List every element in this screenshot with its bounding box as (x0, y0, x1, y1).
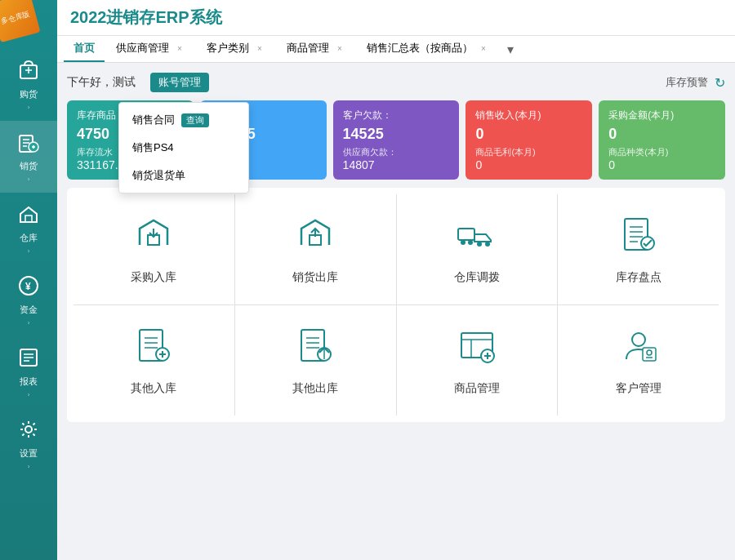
product-mgmt-icon (457, 325, 497, 373)
dropdown-label-sales-contract: 销售合同 (132, 113, 175, 127)
svg-point-21 (461, 240, 466, 245)
settings-arrow: › (28, 463, 30, 470)
action-panel: 采购入库 销货出库 (67, 188, 725, 422)
stat-purchase-amount-sub-value: 0 (608, 158, 715, 171)
action-inventory-count[interactable]: 库存盘点 (558, 194, 719, 304)
inventory-count-icon (618, 214, 659, 262)
sales-out-icon (295, 214, 336, 262)
app-header: 2022进销存ERP系统 (57, 0, 735, 36)
sidebar-item-report[interactable]: 报表 › (0, 336, 57, 408)
stat-sales-income-sub-value: 0 (475, 158, 582, 171)
stat-receivable-sub-value: 14807 (343, 158, 450, 171)
tabs-bar: 首页 供应商管理 × 客户类别 × 商品管理 × 销售汇总表（按商品） × ▾ (57, 36, 735, 63)
query-badge: 查询 (181, 113, 209, 127)
sidebar-label-warehouse: 仓库 (20, 232, 38, 244)
action-label-product-mgmt: 商品管理 (454, 381, 500, 396)
action-label-other-out: 其他出库 (292, 381, 338, 396)
finance-arrow: › (28, 319, 30, 327)
sidebar-label-sales: 销货 (20, 160, 38, 172)
warehouse-arrow: › (28, 247, 30, 255)
tab-product[interactable]: 商品管理 × (277, 36, 355, 62)
inventory-alert-text[interactable]: 库存预警 (666, 75, 708, 90)
action-purchase-in[interactable]: 采购入库 (74, 194, 234, 304)
action-sales-out[interactable]: 销货出库 (235, 194, 396, 304)
action-customer-mgmt[interactable]: 客户管理 (558, 305, 719, 416)
action-other-out[interactable]: 其他出库 (235, 305, 396, 416)
svg-rect-10 (25, 216, 32, 222)
svg-text:¥: ¥ (25, 281, 31, 292)
warehouse-transfer-icon (457, 214, 497, 262)
other-out-icon (295, 325, 336, 373)
dropdown-item-sales-contract[interactable]: 销售合同 查询 (119, 106, 248, 134)
action-other-in[interactable]: 其他入库 (74, 305, 234, 416)
sidebar-badge: 多仓库版 (0, 0, 40, 42)
refresh-icon[interactable]: ↻ (715, 75, 725, 91)
svg-point-23 (477, 242, 482, 247)
action-label-warehouse-transfer: 仓库调拨 (454, 270, 500, 285)
account-button[interactable]: 账号管理 (150, 73, 209, 92)
stat-purchase-amount: 采购金额(本月) 0 商品种类(本月) 0 (599, 100, 725, 180)
svg-point-17 (25, 426, 32, 433)
svg-point-22 (468, 240, 473, 245)
sales-icon (17, 131, 40, 157)
action-label-other-in: 其他入库 (131, 381, 176, 396)
action-grid: 采购入库 销货出库 (74, 194, 719, 416)
stat-purchase-amount-sub-label: 商品种类(本月) (608, 146, 715, 158)
sidebar-item-warehouse[interactable]: 仓库 › (0, 193, 57, 264)
tabs-more-button[interactable]: ▾ (504, 38, 517, 60)
tab-close-supplier[interactable]: × (174, 42, 185, 54)
action-label-sales-out: 销货出库 (292, 270, 338, 285)
sidebar: 多仓库版 购货 › 销货 › (0, 0, 57, 560)
sidebar-label-report: 报表 (20, 376, 38, 388)
svg-rect-20 (458, 229, 474, 240)
stat-sales-income-value: 0 (475, 126, 582, 143)
other-in-icon (133, 325, 174, 373)
dropdown-item-sales-return[interactable]: 销货退货单 (119, 162, 248, 189)
stat-purchase-amount-label: 采购金额(本月) (608, 109, 715, 122)
stat-receivable-sub-label: 供应商欠款： (343, 146, 450, 158)
sidebar-item-finance[interactable]: ¥ 资金 › (0, 264, 57, 336)
action-label-customer-mgmt: 客户管理 (616, 381, 662, 396)
purchase-icon (17, 59, 40, 85)
finance-icon: ¥ (17, 274, 40, 300)
report-icon (17, 346, 40, 372)
report-arrow: › (28, 391, 30, 398)
tab-close-product[interactable]: × (334, 42, 345, 54)
sidebar-item-purchase[interactable]: 购货 › (0, 49, 57, 121)
sidebar-label-settings: 设置 (20, 447, 38, 460)
svg-point-24 (485, 242, 490, 247)
action-label-purchase-in: 采购入库 (131, 270, 176, 285)
purchase-arrow: › (28, 104, 30, 111)
warehouse-icon (17, 202, 40, 229)
content-area: 销售合同 查询 销售PS4 销货退货单 下午好，测试 账号管理 库存预警 ↻ (57, 63, 735, 560)
dropdown-label-sales-ps: 销售PS4 (132, 140, 174, 155)
sidebar-label-finance: 资金 (20, 304, 38, 316)
action-product-mgmt[interactable]: 商品管理 (397, 305, 558, 416)
sidebar-label-purchase: 购货 (20, 88, 38, 100)
tab-close-sales-summary[interactable]: × (478, 42, 489, 54)
sales-arrow: › (28, 176, 30, 183)
sidebar-item-settings[interactable]: 设置 › (0, 408, 57, 480)
settings-icon (17, 418, 40, 444)
action-warehouse-transfer[interactable]: 仓库调拨 (397, 194, 558, 304)
sales-dropdown-menu: 销售合同 查询 销售PS4 销货退货单 (118, 102, 249, 193)
tab-close-customer[interactable]: × (254, 42, 265, 54)
tab-supplier[interactable]: 供应商管理 × (106, 36, 195, 62)
stat-purchase-amount-value: 0 (608, 126, 715, 143)
dropdown-item-sales-ps[interactable]: 销售PS4 (119, 134, 248, 162)
stat-receivable-label: 客户欠款： (343, 109, 450, 122)
action-label-inventory-count: 库存盘点 (616, 270, 662, 285)
tab-sales-summary[interactable]: 销售汇总表（按商品） × (357, 36, 499, 62)
tab-home[interactable]: 首页 (64, 36, 105, 62)
stat-receivable-value: 14525 (343, 126, 450, 143)
content-topbar: 下午好，测试 账号管理 库存预警 ↻ (67, 73, 725, 92)
stat-sales-income-sub-label: 商品毛利(本月) (475, 146, 582, 158)
dropdown-label-sales-return: 销货退货单 (132, 168, 185, 183)
app-title: 2022进销存ERP系统 (70, 7, 222, 29)
sidebar-item-sales[interactable]: 销货 › (0, 121, 57, 193)
stat-sales-income-label: 销售收入(本月) (475, 109, 582, 122)
svg-point-50 (632, 333, 645, 346)
customer-mgmt-icon (618, 325, 659, 373)
tab-customer[interactable]: 客户类别 × (197, 36, 275, 62)
main-area: 2022进销存ERP系统 首页 供应商管理 × 客户类别 × 商品管理 × 销售… (57, 0, 735, 560)
